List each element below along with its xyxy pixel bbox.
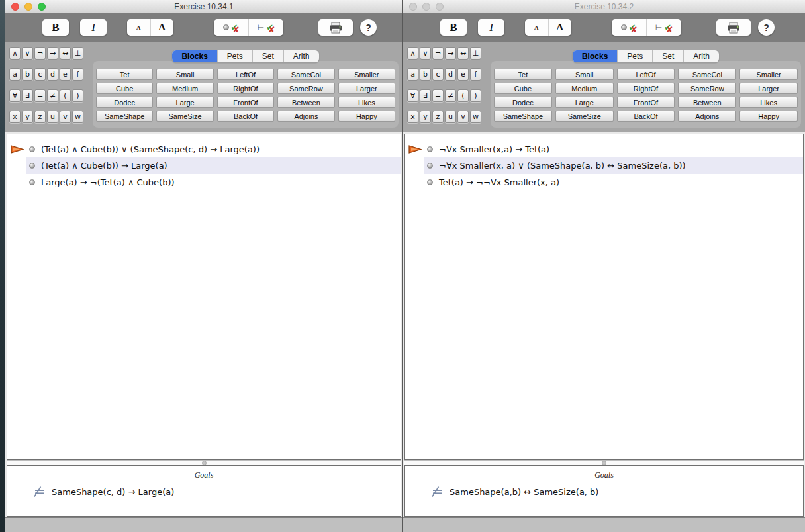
proof-step[interactable]: (Tet(a) ∧ Cube(b)) ∨ (SameShape(c, d) → …: [7, 141, 401, 157]
predicate-button-larger[interactable]: Larger: [338, 83, 395, 94]
symbol-button[interactable]: z: [432, 111, 444, 123]
proof-step[interactable]: Tet(a) → ¬¬∀x Smaller(x, a): [405, 174, 803, 191]
predicate-button-rightof[interactable]: RightOf: [217, 83, 274, 94]
step-body[interactable]: (Tet(a) ∧ Cube(b)) → Large(a): [26, 157, 401, 174]
tab-pets[interactable]: Pets: [617, 50, 652, 62]
predicate-button-likes[interactable]: Likes: [739, 97, 798, 108]
symbol-button[interactable]: ∀: [9, 89, 21, 102]
symbol-button[interactable]: ⊥: [470, 47, 481, 60]
predicate-button-tet[interactable]: Tet: [96, 69, 153, 80]
predicate-button-samerow[interactable]: SameRow: [678, 83, 736, 94]
tab-blocks[interactable]: Blocks: [172, 50, 216, 62]
predicate-button-samesize[interactable]: SameSize: [156, 111, 213, 122]
symbol-button[interactable]: →: [47, 47, 58, 60]
predicate-button-leftof[interactable]: LeftOf: [217, 69, 274, 80]
step-body[interactable]: ¬∀x Smaller(x, a) ∨ (SameShape(a, b) ↔ S…: [424, 157, 803, 174]
step-body[interactable]: (Tet(a) ∧ Cube(b)) ∨ (SameShape(c, d) → …: [26, 141, 401, 157]
bold-button[interactable]: B: [42, 19, 69, 36]
proof-area[interactable]: ¬∀x Smaller(x,a) → Tet(a)¬∀x Smaller(x, …: [404, 134, 804, 460]
symbol-button[interactable]: y: [420, 111, 431, 123]
predicate-button-adjoins[interactable]: Adjoins: [678, 111, 736, 122]
step-body[interactable]: Tet(a) → ¬¬∀x Smaller(x, a): [424, 174, 803, 191]
symbol-button[interactable]: ∃: [420, 89, 431, 102]
predicate-button-large[interactable]: Large: [156, 97, 213, 108]
symbol-button[interactable]: x: [407, 111, 418, 123]
predicate-button-medium[interactable]: Medium: [555, 83, 614, 94]
bold-button[interactable]: B: [440, 19, 467, 36]
titlebar[interactable]: Exercise 10.34.1: [5, 0, 403, 13]
symbol-button[interactable]: w: [470, 111, 481, 123]
predicate-button-medium[interactable]: Medium: [156, 83, 213, 94]
tab-arith[interactable]: Arith: [283, 50, 319, 62]
predicate-button-happy[interactable]: Happy: [739, 111, 798, 122]
tab-set[interactable]: Set: [252, 50, 283, 62]
proof-step[interactable]: Large(a) → ¬(Tet(a) ∧ Cube(b)): [7, 174, 401, 191]
step-body[interactable]: ¬∀x Smaller(x,a) → Tet(a): [424, 141, 803, 157]
symbol-button[interactable]: ∀: [407, 89, 418, 102]
print-button[interactable]: [318, 19, 353, 36]
help-button[interactable]: ?: [758, 19, 775, 36]
symbol-button[interactable]: c: [432, 68, 444, 81]
symbol-button[interactable]: ∨: [420, 47, 431, 60]
proof-step[interactable]: (Tet(a) ∧ Cube(b)) → Large(a): [7, 157, 401, 174]
italic-button[interactable]: I: [478, 19, 504, 36]
symbol-button[interactable]: (: [60, 89, 71, 102]
symbol-button[interactable]: x: [9, 111, 21, 123]
splitter[interactable]: [404, 460, 804, 465]
proof-step[interactable]: ¬∀x Smaller(x,a) → Tet(a): [405, 141, 803, 157]
symbol-button[interactable]: →: [445, 47, 456, 60]
predicate-button-backof[interactable]: BackOf: [617, 111, 675, 122]
symbol-button[interactable]: c: [34, 68, 46, 81]
symbol-button[interactable]: a: [407, 68, 418, 81]
symbol-button[interactable]: ∧: [407, 47, 418, 60]
symbol-button[interactable]: u: [47, 111, 58, 123]
symbol-button[interactable]: ↔: [60, 47, 71, 60]
goal-row[interactable]: SameShape(a,b) ↔ SameSize(a, b): [430, 486, 803, 497]
symbol-button[interactable]: ∃: [22, 89, 33, 102]
step-body[interactable]: Large(a) → ¬(Tet(a) ∧ Cube(b)): [26, 174, 401, 191]
splitter-handle-icon[interactable]: [602, 461, 606, 465]
goals-panel[interactable]: Goals SameShape(c, d) → Large(a): [7, 465, 401, 517]
symbol-button[interactable]: (: [457, 89, 469, 102]
symbol-button[interactable]: y: [22, 111, 33, 123]
predicate-button-tet[interactable]: Tet: [494, 69, 552, 80]
check-step-button[interactable]: ✔✘: [612, 19, 646, 36]
symbol-button[interactable]: b: [420, 68, 431, 81]
symbol-button[interactable]: ↔: [457, 47, 469, 60]
predicate-button-between[interactable]: Between: [678, 97, 736, 108]
symbol-button[interactable]: v: [457, 111, 469, 123]
symbol-button[interactable]: ¬: [432, 47, 444, 60]
proof-area[interactable]: (Tet(a) ∧ Cube(b)) ∨ (SameShape(c, d) → …: [7, 134, 401, 460]
symbol-button[interactable]: f: [470, 68, 481, 81]
symbol-button[interactable]: ≠: [47, 89, 58, 102]
predicate-button-smaller[interactable]: Smaller: [338, 69, 395, 80]
predicate-button-frontof[interactable]: FrontOf: [617, 97, 675, 108]
predicate-button-leftof[interactable]: LeftOf: [617, 69, 675, 80]
italic-button[interactable]: I: [80, 19, 107, 36]
predicate-button-happy[interactable]: Happy: [338, 111, 395, 122]
splitter-handle-icon[interactable]: [202, 461, 207, 465]
titlebar[interactable]: Exercise 10.34.2: [403, 0, 805, 13]
symbol-button[interactable]: =: [432, 89, 444, 102]
font-larger-button[interactable]: A: [548, 19, 572, 36]
symbol-button[interactable]: e: [457, 68, 469, 81]
symbol-button[interactable]: d: [445, 68, 456, 81]
symbol-button[interactable]: ⊥: [72, 47, 83, 60]
predicate-button-between[interactable]: Between: [277, 97, 334, 108]
predicate-button-dodec[interactable]: Dodec: [96, 97, 153, 108]
symbol-button[interactable]: ¬: [34, 47, 46, 60]
symbol-button[interactable]: ): [72, 89, 83, 102]
symbol-button[interactable]: f: [72, 68, 83, 81]
font-larger-button[interactable]: A: [150, 19, 174, 36]
check-proof-button[interactable]: ⊢✔✘: [248, 19, 283, 36]
symbol-button[interactable]: =: [34, 89, 46, 102]
predicate-button-sameshape[interactable]: SameShape: [96, 111, 153, 122]
tab-blocks[interactable]: Blocks: [573, 50, 617, 62]
predicate-button-rightof[interactable]: RightOf: [617, 83, 675, 94]
predicate-button-samerow[interactable]: SameRow: [277, 83, 334, 94]
symbol-button[interactable]: ≠: [445, 89, 456, 102]
symbol-button[interactable]: z: [34, 111, 46, 123]
symbol-button[interactable]: d: [47, 68, 58, 81]
predicate-button-small[interactable]: Small: [555, 69, 614, 80]
predicate-button-smaller[interactable]: Smaller: [739, 69, 798, 80]
